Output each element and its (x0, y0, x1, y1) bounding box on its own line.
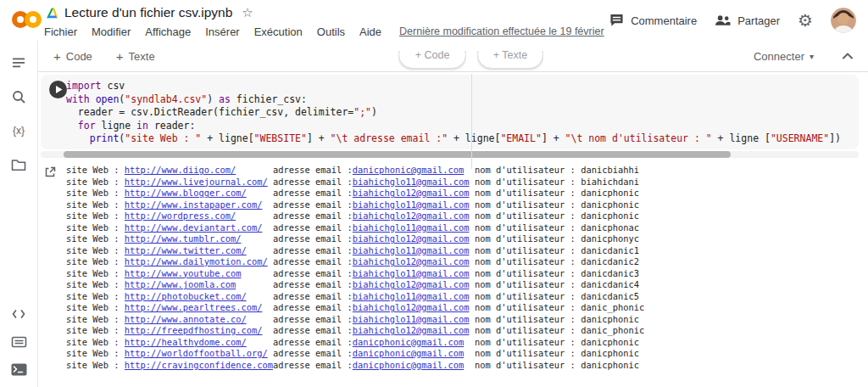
insert-text-clip: + Texte (477, 51, 543, 73)
email-link[interactable]: biahichglo11@gmail.com (353, 177, 470, 187)
website-link[interactable]: http://freepdfhosting.com/ (125, 325, 263, 335)
email-label: adresse email : (273, 337, 353, 347)
code-line: reader = csv.DictReader(fichier_csv, del… (66, 106, 859, 120)
insert-text-button[interactable]: + Texte (477, 51, 543, 69)
menu-item-outils[interactable]: Outils (317, 25, 345, 38)
settings-gear-icon[interactable]: ⚙ (798, 12, 813, 29)
website-link[interactable]: http://www.pearltrees.com/ (125, 302, 263, 312)
website-link[interactable]: http://www.twitter.com/ (125, 245, 247, 255)
output-area: site Web : http://www.diigo.com/adresse … (38, 165, 868, 371)
email-label: adresse email : (273, 325, 353, 335)
notebook-title[interactable]: Lecture d'un fichier csv.ipynb (64, 5, 232, 20)
email-link[interactable]: biahichglo12@gmail.com (353, 210, 470, 221)
site-label: site Web : (66, 348, 125, 358)
output-row: site Web : http://www.livejournal.com/ad… (66, 177, 868, 188)
variables-icon: {x} (13, 125, 25, 137)
variables-button[interactable]: {x} (0, 114, 37, 148)
email-link[interactable]: danicphonic@gmail.com (353, 165, 464, 175)
email-link[interactable]: biahichglo11@gmail.com (353, 314, 470, 324)
website-link[interactable]: http://www.tumblr.com/ (125, 233, 242, 244)
email-link[interactable]: danicphonic@gmail.com (353, 337, 464, 347)
site-label: site Web : (66, 233, 125, 244)
username-label: nom d'utilisateur : (475, 314, 581, 324)
email-link[interactable]: danicphonic@gmail.com (353, 360, 464, 370)
user-avatar[interactable] (831, 8, 856, 33)
run-cell-button[interactable] (49, 81, 67, 98)
email-link[interactable]: biahichglo12@gmail.com (353, 302, 470, 312)
site-label: site Web : (66, 256, 125, 266)
website-link[interactable]: http://www.annotate.co/ (125, 314, 247, 324)
website-link[interactable]: http://www.livejournal.com/ (125, 177, 268, 187)
email-link[interactable]: biahichglo12@gmail.com (353, 325, 470, 335)
site-label: site Web : (66, 268, 125, 278)
add-text-button[interactable]: + Texte (116, 49, 155, 64)
email-link[interactable]: danicphonic@gmail.com (353, 348, 464, 358)
email-label: adresse email : (273, 245, 353, 255)
email-label: adresse email : (273, 291, 353, 301)
connect-button[interactable]: Connecter ▾ (754, 41, 814, 72)
code-editor[interactable]: import csvwith open("syndlab4.csv") as f… (66, 75, 859, 146)
email-link[interactable]: biahichglo11@gmail.com (353, 291, 470, 301)
table-of-contents-button[interactable] (0, 46, 37, 80)
last-modified-link[interactable]: Dernière modification effectuée le 19 fé… (399, 25, 604, 37)
website-link[interactable]: http://www.youtube.com (125, 268, 242, 278)
output-row: site Web : http://www.pearltrees.com/adr… (66, 302, 868, 314)
menu-item-modifier[interactable]: Modifier (92, 25, 131, 38)
star-icon[interactable]: ☆ (242, 5, 253, 20)
share-button[interactable]: Partager (715, 14, 780, 27)
website-link[interactable]: http://www.blogger.com/ (125, 188, 247, 198)
collapse-sections-button[interactable] (839, 48, 856, 64)
comment-button[interactable]: Commentaire (609, 14, 697, 27)
website-link[interactable]: http://healthydome.com/ (125, 337, 247, 347)
logo-right-ring (25, 11, 42, 28)
output-row: site Web : http://wordpress.com/adresse … (66, 210, 868, 222)
add-text-label: Texte (129, 50, 155, 63)
website-link[interactable]: http://photobucket.com/ (125, 291, 247, 301)
menu-item-inserer[interactable]: Insérer (205, 25, 239, 38)
email-link[interactable]: biahichglo11@gmail.com (353, 199, 470, 210)
website-link[interactable]: http://www.dailymotion.com/ (125, 256, 268, 266)
email-label: adresse email : (273, 177, 353, 187)
insert-code-button[interactable]: + Code (398, 51, 466, 69)
output-row: site Web : http://cravingconfidence.coma… (66, 360, 868, 372)
menu-item-fichier[interactable]: Fichier (44, 25, 77, 38)
website-link[interactable]: http://cravingconfidence.com (125, 360, 273, 370)
code-line: import csv (66, 80, 859, 93)
username-value: danicdanic5 (581, 291, 639, 301)
website-link[interactable]: http://www.deviantart.com/ (125, 222, 263, 233)
website-link[interactable]: http://www.joomla.com (125, 279, 236, 289)
email-label: adresse email : (273, 233, 353, 244)
email-link[interactable]: biahichglo12@gmail.com (353, 256, 470, 266)
colab-logo-icon[interactable] (12, 11, 42, 28)
command-palette-button[interactable] (0, 328, 37, 356)
email-label: adresse email : (273, 222, 353, 233)
email-link[interactable]: biahichglo12@gmail.com (353, 279, 470, 289)
code-snippets-button[interactable] (0, 300, 37, 328)
search-button[interactable] (0, 80, 37, 114)
add-code-button[interactable]: + Code (53, 49, 92, 64)
website-link[interactable]: http://www.diigo.com/ (125, 165, 236, 175)
output-actions-button[interactable] (44, 165, 57, 178)
website-link[interactable]: http://worldoffootball.org/ (125, 348, 268, 358)
website-link[interactable]: http://wordpress.com/ (125, 210, 236, 221)
terminal-button[interactable] (0, 356, 37, 384)
website-link[interactable]: http://www.instapaper.com/ (125, 199, 263, 210)
menu-item-execution[interactable]: Exécution (254, 25, 303, 38)
email-link[interactable]: biahichglo11@gmail.com (353, 222, 470, 233)
menu-item-aide[interactable]: Aide (359, 25, 381, 38)
email-link[interactable]: biahichglo12@gmail.com (353, 233, 470, 244)
insert-code-clip: + Code (398, 51, 466, 73)
menu-bar: FichierModifierAffichageInsérerExécution… (44, 23, 604, 40)
menu-item-affichage[interactable]: Affichage (145, 25, 191, 38)
site-label: site Web : (66, 177, 125, 187)
horizontal-scrollbar[interactable] (41, 151, 859, 158)
scrollbar-thumb[interactable] (64, 151, 731, 158)
files-button[interactable] (0, 148, 37, 182)
username-value: danicdanic4 (581, 279, 639, 289)
output-row: site Web : http://www.dailymotion.com/ad… (66, 256, 868, 268)
email-link[interactable]: biahichglo11@gmail.com (353, 268, 470, 278)
email-link[interactable]: biahichglo11@gmail.com (353, 245, 470, 255)
site-label: site Web : (66, 360, 125, 370)
search-icon (11, 89, 26, 104)
email-link[interactable]: biahichglo12@gmail.com (353, 188, 470, 198)
